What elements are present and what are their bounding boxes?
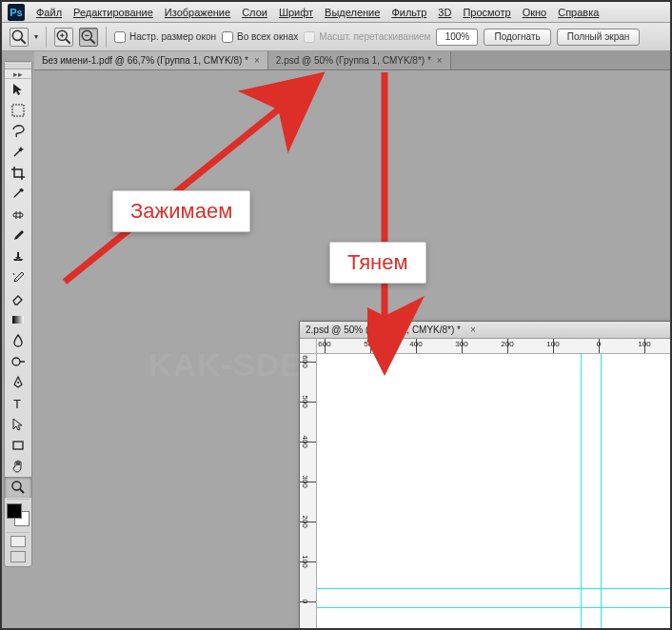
current-tool-zoom-icon[interactable] bbox=[10, 28, 29, 47]
canvas-area[interactable]: KAK-SDELAT.ORG 2.psd @ 50% (Группа 1, CM… bbox=[34, 70, 670, 628]
tab-label: Без имени-1.pdf @ 66,7% (Группа 1, CMYK/… bbox=[42, 55, 248, 66]
crop-tool[interactable] bbox=[5, 163, 31, 184]
document-canvas[interactable] bbox=[317, 354, 671, 630]
all-windows-checkbox[interactable]: Во всех окнах bbox=[222, 31, 298, 43]
svg-line-1 bbox=[21, 39, 26, 44]
annotation-label-hold: Зажимаем bbox=[112, 190, 250, 232]
tool-preset-dropdown-icon[interactable]: ▾ bbox=[34, 32, 38, 41]
separator bbox=[46, 27, 47, 48]
toolbox: ▸▸ T bbox=[4, 61, 32, 567]
separator bbox=[106, 27, 107, 48]
resize-windows-checkbox[interactable]: Настр. размер окон bbox=[114, 31, 216, 43]
dodge-tool[interactable] bbox=[5, 351, 31, 372]
path-selection-tool[interactable] bbox=[5, 414, 31, 435]
menu-image[interactable]: Изображение bbox=[159, 7, 236, 18]
quick-mask-toggle[interactable] bbox=[10, 536, 26, 547]
document-tab-strip: Без имени-1.pdf @ 66,7% (Группа 1, CMYK/… bbox=[34, 51, 670, 70]
ruler-horizontal[interactable]: 6005004003002001000100 bbox=[317, 339, 671, 354]
document-window-title: 2.psd @ 50% (Группа 1, CMYK/8*) * bbox=[306, 325, 461, 335]
svg-line-21 bbox=[20, 489, 24, 493]
eraser-tool[interactable] bbox=[5, 288, 31, 309]
menu-bar: Ps Файл Редактирование Изображение Слои … bbox=[2, 2, 670, 23]
svg-rect-14 bbox=[12, 316, 24, 324]
move-tool[interactable] bbox=[5, 79, 31, 100]
menu-help[interactable]: Справка bbox=[552, 7, 604, 18]
separator bbox=[7, 499, 30, 500]
menu-view[interactable]: Просмотр bbox=[457, 7, 516, 18]
brush-tool[interactable] bbox=[5, 226, 31, 246]
rectangle-tool[interactable] bbox=[5, 435, 31, 456]
ruler-vertical[interactable]: 6005004003002001000 bbox=[300, 354, 317, 630]
ruler-origin[interactable] bbox=[300, 339, 317, 354]
svg-point-15 bbox=[12, 358, 20, 365]
svg-rect-19 bbox=[13, 442, 23, 449]
close-icon[interactable]: × bbox=[254, 55, 260, 66]
type-tool[interactable]: T bbox=[5, 393, 31, 414]
blur-tool[interactable] bbox=[5, 330, 31, 351]
zoom-tool[interactable] bbox=[5, 477, 31, 498]
workspace: ▸▸ T Без имени-1.pdf @ bbox=[2, 51, 670, 628]
menu-layer[interactable]: Слои bbox=[236, 7, 273, 18]
svg-point-20 bbox=[12, 482, 21, 490]
lasso-tool[interactable] bbox=[5, 121, 31, 142]
svg-line-3 bbox=[66, 39, 70, 44]
close-icon[interactable]: × bbox=[437, 55, 443, 66]
clone-stamp-tool[interactable] bbox=[5, 246, 31, 267]
menu-filter[interactable]: Фильтр bbox=[385, 7, 432, 18]
color-swatches[interactable] bbox=[5, 502, 31, 528]
zoom-in-button[interactable] bbox=[54, 28, 73, 47]
pen-tool[interactable] bbox=[5, 372, 31, 393]
separator bbox=[7, 532, 30, 533]
fit-screen-button[interactable]: Подогнать bbox=[484, 29, 550, 46]
zoom-out-button[interactable] bbox=[79, 28, 98, 47]
svg-point-0 bbox=[12, 30, 22, 40]
magic-wand-tool[interactable] bbox=[5, 142, 31, 163]
svg-rect-9 bbox=[12, 105, 24, 116]
guide-horizontal[interactable] bbox=[317, 588, 671, 589]
close-icon[interactable]: × bbox=[470, 325, 476, 335]
annotation-arrow-hold bbox=[53, 65, 358, 303]
app-logo-icon: Ps bbox=[8, 4, 25, 21]
scrubby-zoom-checkbox: Масшт. перетаскиванием bbox=[304, 31, 430, 43]
document-window-titlebar[interactable]: 2.psd @ 50% (Группа 1, CMYK/8*) * × bbox=[300, 322, 671, 339]
menu-window[interactable]: Окно bbox=[517, 7, 553, 18]
svg-line-7 bbox=[90, 39, 95, 44]
svg-text:T: T bbox=[13, 397, 21, 411]
toolbox-collapse-icon[interactable]: ▸▸ bbox=[5, 69, 31, 79]
annotation-label-drag: Тянем bbox=[329, 242, 426, 284]
menu-type[interactable]: Шрифт bbox=[273, 7, 319, 18]
full-screen-button[interactable]: Полный экран bbox=[557, 29, 641, 46]
tab-label: 2.psd @ 50% (Группа 1, CMYK/8*) * bbox=[276, 55, 431, 66]
screen-mode-toggle[interactable] bbox=[10, 551, 26, 562]
svg-point-17 bbox=[17, 382, 19, 384]
options-bar: ▾ Настр. размер окон Во всех окнах Масшт… bbox=[2, 23, 670, 51]
document-tab[interactable]: 2.psd @ 50% (Группа 1, CMYK/8*) * × bbox=[268, 51, 451, 69]
eyedropper-tool[interactable] bbox=[5, 184, 31, 205]
history-brush-tool[interactable] bbox=[5, 267, 31, 288]
guide-horizontal[interactable] bbox=[317, 607, 671, 608]
menu-file[interactable]: Файл bbox=[30, 7, 68, 18]
document-tab[interactable]: Без имени-1.pdf @ 66,7% (Группа 1, CMYK/… bbox=[34, 51, 268, 69]
menu-3d[interactable]: 3D bbox=[432, 7, 457, 18]
svg-rect-11 bbox=[13, 213, 23, 217]
marquee-tool[interactable] bbox=[5, 100, 31, 121]
gradient-tool[interactable] bbox=[5, 309, 31, 330]
svg-line-22 bbox=[65, 76, 320, 282]
menu-edit[interactable]: Редактирование bbox=[68, 7, 159, 18]
document-window[interactable]: 2.psd @ 50% (Группа 1, CMYK/8*) * × 6005… bbox=[299, 321, 672, 630]
healing-brush-tool[interactable] bbox=[5, 205, 31, 226]
foreground-color-swatch[interactable] bbox=[7, 503, 22, 519]
zoom-level-input[interactable]: 100% bbox=[436, 29, 478, 46]
menu-select[interactable]: Выделение bbox=[319, 7, 385, 18]
hand-tool[interactable] bbox=[5, 456, 31, 477]
